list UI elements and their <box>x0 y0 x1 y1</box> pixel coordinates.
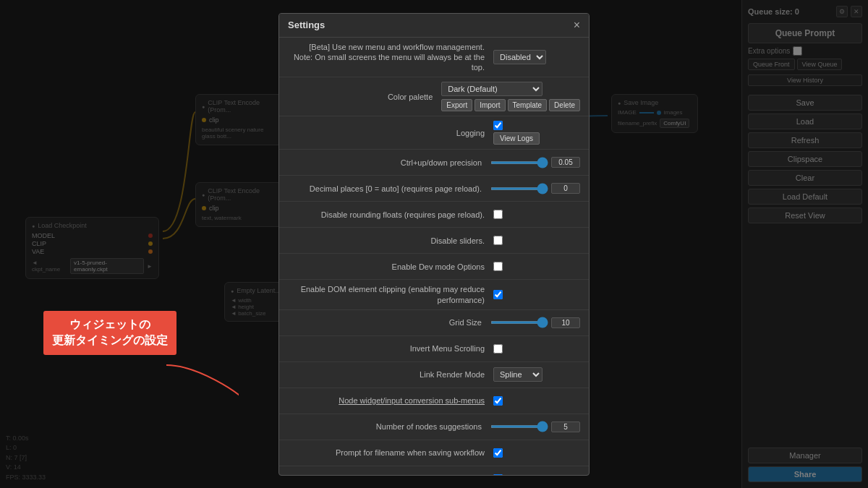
checkbox-node-widget-conversion[interactable] <box>493 396 503 406</box>
settings-control-disable-sliders <box>493 236 580 245</box>
settings-modal: Settings × [Beta] Use new menu and workf… <box>278 13 590 476</box>
settings-label-prompt-filename: Prompt for filename when saving workflow <box>288 448 493 458</box>
settings-control-beta-menu: DisabledEnabled <box>493 50 580 64</box>
settings-row-confirm-clear: Require confirmation when clearing workf… <box>279 466 589 475</box>
settings-body[interactable]: [Beta] Use new menu and workflow managem… <box>279 38 589 475</box>
settings-row-beta-menu: [Beta] Use new menu and workflow managem… <box>279 38 589 78</box>
select-beta-menu[interactable]: DisabledEnabled <box>493 50 546 64</box>
settings-control-color-palette: Dark (Default)LightExportImportTemplateD… <box>441 82 580 111</box>
modal-close-button[interactable]: × <box>574 20 580 31</box>
view-logs-button[interactable]: View Logs <box>493 132 540 145</box>
slider-container-node-suggestions: 5 <box>490 421 580 432</box>
settings-control-decimal-places: 0 <box>490 183 580 194</box>
checkbox-dom-clipping[interactable] <box>493 290 503 299</box>
settings-row-prompt-filename: Prompt for filename when saving workflow <box>279 440 589 466</box>
settings-row-invert-menu-scrolling: Invert Menu Scrolling <box>279 336 589 362</box>
checkbox-disable-rounding[interactable] <box>493 210 503 219</box>
slider-container-grid-size: 10 <box>490 317 580 328</box>
settings-label-node-widget-conversion: Node widget/input conversion sub-menus <box>288 395 493 406</box>
annotation-arrow <box>152 361 239 405</box>
settings-control-disable-rounding <box>493 210 580 219</box>
settings-title: Settings <box>288 20 325 30</box>
settings-control-node-widget-conversion <box>493 396 580 406</box>
settings-row-logging: LoggingView Logs <box>279 116 589 150</box>
settings-row-disable-sliders: Disable sliders. <box>279 228 589 254</box>
settings-control-dom-clipping <box>493 290 580 299</box>
settings-control-dev-mode <box>493 262 580 271</box>
settings-control-ctrl-precision: 0.05 <box>490 157 580 168</box>
settings-label-link-render-mode: Link Render Mode <box>288 369 493 380</box>
settings-label-dom-clipping: Enable DOM element clipping (enabling ma… <box>288 284 493 305</box>
annotation-text: ウィジェットの 更新タイミングの設定 <box>43 311 176 355</box>
settings-control-prompt-filename <box>493 448 580 458</box>
slider-value-node-suggestions: 5 <box>551 421 580 432</box>
settings-row-node-suggestions: Number of nodes suggestions5 <box>279 414 589 440</box>
annotation-overlay: ウィジェットの 更新タイミングの設定 <box>43 311 176 355</box>
palette-btn-import[interactable]: Import <box>475 99 505 111</box>
palette-btn-template[interactable]: Template <box>508 99 548 111</box>
settings-label-ctrl-precision: Ctrl+up/down precision <box>288 158 490 168</box>
settings-label-logging: Logging <box>288 128 493 138</box>
slider-value-decimal-places: 0 <box>551 183 580 194</box>
palette-btn-delete[interactable]: Delete <box>549 99 580 111</box>
color-palette-select[interactable]: Dark (Default)Light <box>441 82 542 96</box>
settings-label-disable-rounding: Disable rounding floats (requires page r… <box>288 210 493 220</box>
settings-control-logging: View Logs <box>493 121 580 145</box>
checkbox-prompt-filename[interactable] <box>493 448 503 458</box>
palette-btn-export[interactable]: Export <box>441 99 472 111</box>
settings-label-color-palette: Color palette <box>288 92 441 102</box>
slider-ctrl-precision[interactable] <box>490 161 548 164</box>
settings-control-link-render-mode: SplineLinearStraight <box>493 367 580 382</box>
settings-control-grid-size: 10 <box>490 317 580 328</box>
slider-value-grid-size: 10 <box>551 317 580 328</box>
slider-value-ctrl-precision: 0.05 <box>551 157 580 168</box>
settings-row-node-widget-conversion: Node widget/input conversion sub-menus <box>279 388 589 414</box>
settings-row-dev-mode: Enable Dev mode Options <box>279 254 589 280</box>
settings-label-confirm-clear: Require confirmation when clearing workf… <box>288 474 493 474</box>
settings-label-beta-menu: [Beta] Use new menu and workflow managem… <box>288 42 493 73</box>
settings-row-ctrl-precision: Ctrl+up/down precision0.05 <box>279 150 589 176</box>
slider-grid-size[interactable] <box>490 321 548 324</box>
settings-control-node-suggestions: 5 <box>490 421 580 432</box>
slider-container-ctrl-precision: 0.05 <box>490 157 580 168</box>
settings-row-color-palette: Color paletteDark (Default)LightExportIm… <box>279 77 589 116</box>
settings-label-decimal-places: Decimal places [0 = auto] (requires page… <box>288 184 490 194</box>
checkbox-confirm-clear[interactable] <box>493 474 503 475</box>
settings-row-grid-size: Grid Size10 <box>279 310 589 336</box>
slider-node-suggestions[interactable] <box>490 425 548 428</box>
checkbox-invert-menu-scrolling[interactable] <box>493 344 503 354</box>
settings-label-grid-size: Grid Size <box>288 317 490 328</box>
logging-checkbox[interactable] <box>493 121 503 130</box>
settings-label-invert-menu-scrolling: Invert Menu Scrolling <box>288 343 493 354</box>
select-link-render-mode[interactable]: SplineLinearStraight <box>493 367 542 382</box>
settings-row-dom-clipping: Enable DOM element clipping (enabling ma… <box>279 280 589 310</box>
checkbox-dev-mode[interactable] <box>493 262 503 271</box>
settings-control-invert-menu-scrolling <box>493 344 580 354</box>
settings-control-confirm-clear <box>493 474 580 475</box>
slider-container-decimal-places: 0 <box>490 183 580 194</box>
settings-row-link-render-mode: Link Render ModeSplineLinearStraight <box>279 362 589 388</box>
checkbox-disable-sliders[interactable] <box>493 236 503 245</box>
settings-label-disable-sliders: Disable sliders. <box>288 236 493 246</box>
settings-row-disable-rounding: Disable rounding floats (requires page r… <box>279 202 589 228</box>
settings-label-dev-mode: Enable Dev mode Options <box>288 262 493 272</box>
slider-decimal-places[interactable] <box>490 187 548 190</box>
settings-label-node-suggestions: Number of nodes suggestions <box>288 421 490 432</box>
modal-header: Settings × <box>279 14 589 38</box>
settings-row-decimal-places: Decimal places [0 = auto] (requires page… <box>279 176 589 202</box>
